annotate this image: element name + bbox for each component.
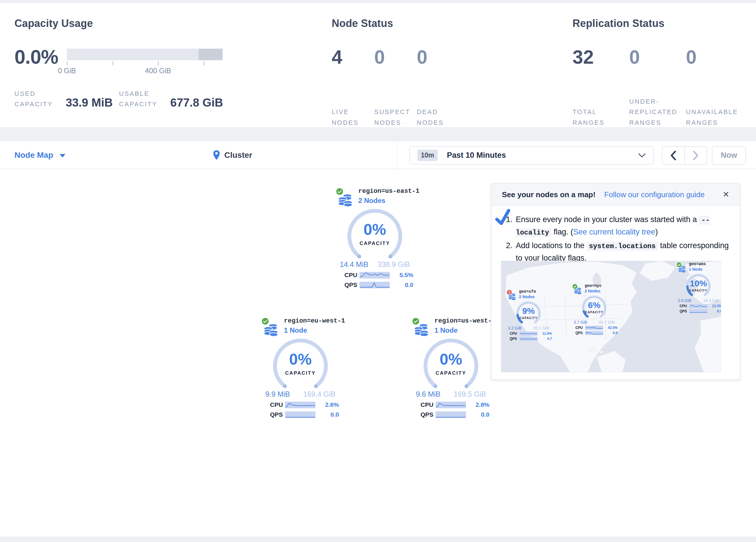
database-icon (414, 323, 429, 337)
node-total-capacity: 65.7 GiB (599, 320, 615, 325)
cpu-value: 2.6% (325, 401, 339, 408)
qps-label: QPS (680, 309, 689, 313)
locality-tree-link[interactable]: See current locality tree (573, 227, 655, 236)
capacity-usage-title: Capacity Usage (14, 17, 327, 30)
database-icon (678, 265, 686, 273)
step-done-check-icon (494, 209, 512, 227)
region-node-count: 2 Nodes (358, 196, 426, 205)
time-step-forward-button[interactable] (685, 146, 707, 164)
now-button[interactable]: Now (712, 146, 746, 164)
map-node-name: geo=sfo (519, 289, 553, 294)
map-node-count: 2 Nodes (585, 289, 618, 293)
usable-capacity-metric: USABLE CAPACITY 677.8 GiB (119, 89, 223, 110)
region-total-capacity: 169.5 GiB (454, 390, 486, 398)
node-used-capacity: 3.6 GiB (678, 298, 691, 303)
capacity-bar: 0 GiB 400 GiB (67, 49, 223, 75)
view-selector-dropdown[interactable]: Node Map (14, 141, 65, 169)
qps-value: 0.0 (331, 411, 339, 418)
cpu-metric-row: CPU 5.5% (344, 272, 413, 279)
gauge-capacity-label: CAPACITY (270, 370, 331, 376)
capacity-gauge: 0% CAPACITY (421, 339, 481, 390)
popup-step-2: Add locations to the system.locations ta… (515, 239, 729, 264)
region-card-eu-west-1[interactable]: region=eu-west-1 1 Node 0% CAPACITY 9.9 … (261, 317, 352, 418)
node-total-capacity: 34.4 GiB (703, 298, 719, 303)
map-node-geo-nyc: geo=nyc 2 Nodes 6% CAPACITY (572, 284, 618, 335)
database-icon (574, 287, 582, 295)
usable-capacity-value: 677.8 GiB (170, 96, 223, 110)
chevron-down-icon (638, 153, 646, 158)
configuration-guide-link[interactable]: Follow our configuration guide (604, 190, 705, 199)
node-used-capacity: 3.7 GiB (574, 320, 587, 325)
qps-value: 0.0 (613, 331, 618, 335)
region-used-capacity: 9.9 MiB (265, 390, 290, 398)
chevron-right-icon (693, 150, 699, 160)
map-node-count: 2 Nodes (519, 295, 553, 299)
cpu-label: CPU (421, 401, 436, 408)
region-used-capacity: 9.6 MiB (416, 390, 441, 398)
popup-header: See your nodes on a map! Follow our conf… (491, 183, 740, 206)
time-step-back-button[interactable] (662, 146, 685, 164)
capacity-bar-track (67, 49, 223, 60)
qps-label: QPS (510, 337, 520, 341)
qps-sparkline (436, 412, 466, 418)
region-card-us-west-1[interactable]: region=us-west-1 1 Node 0% CAPACITY 9.6 … (412, 317, 502, 418)
unavailable-ranges-label: UNAVAILABLE RANGES (686, 108, 738, 126)
cpu-sparkline (359, 272, 390, 279)
breadcrumb[interactable]: Cluster (213, 141, 252, 169)
cpu-sparkline (585, 326, 603, 330)
map-node-name: geo=ams (689, 262, 721, 266)
dead-nodes-label: DEAD NODES (417, 108, 444, 126)
region-total-capacity: 169.4 GiB (303, 390, 335, 398)
live-nodes-count: 4 (332, 46, 342, 68)
gauge-percent: 6% (578, 301, 610, 310)
gauge-percent: 0% (344, 221, 405, 237)
popup-step-1: Ensure every node in your cluster was st… (515, 213, 729, 238)
capacity-bar-reserved-segment (199, 49, 223, 60)
total-ranges-label: TOTAL RANGES (572, 108, 605, 126)
qps-metric-row: QPS 0.0 (421, 411, 489, 418)
capacity-axis-ticks (67, 60, 223, 67)
cpu-value: 5.5% (399, 272, 413, 279)
node-total-capacity: 35.1 GiB (533, 326, 549, 330)
qps-value: 0.0 (481, 411, 489, 418)
axis-label-400gib: 400 GiB (145, 67, 171, 75)
nodes-on-map-popup: See your nodes on a map! Follow our conf… (491, 183, 740, 380)
cpu-metric-row: CPU 2.6% (270, 401, 339, 408)
node-status-title: Node Status (332, 17, 566, 30)
region-card-us-east-1[interactable]: region=us-east-1 2 Nodes 0% CAPACITY 14.… (336, 187, 426, 289)
live-nodes-label: LIVE NODES (332, 108, 359, 126)
capacity-gauge: 6% CAPACITY (578, 295, 610, 320)
gauge-percent: 0% (421, 351, 481, 367)
suspect-nodes-label: SUSPECT NODES (374, 108, 410, 126)
qps-sparkline (359, 282, 390, 289)
database-icon (338, 193, 353, 207)
used-capacity-value: 33.9 MiB (66, 96, 113, 110)
time-range-dropdown[interactable]: 10m Past 10 Minutes (410, 146, 654, 164)
cluster-summary-panel: Capacity Usage 0.0% 0 GiB 400 Gi (0, 3, 756, 128)
total-ranges-count: 32 (572, 46, 594, 68)
qps-metric-row: QPS 0.0 (344, 282, 413, 289)
gauge-capacity-label: CAPACITY (421, 370, 481, 376)
caret-down-icon (60, 154, 65, 157)
region-name: region=us-east-1 (358, 187, 426, 195)
cpu-label: CPU (680, 304, 689, 308)
gauge-capacity-label: CAPACITY (513, 317, 544, 320)
node-map-canvas: region=us-east-1 2 Nodes 0% CAPACITY 14.… (0, 169, 756, 537)
cpu-value: 42.5% (608, 326, 618, 330)
gauge-percent: 0% (270, 351, 331, 367)
map-node-count: 1 Node (689, 267, 721, 272)
time-range-label: Past 10 Minutes (447, 151, 506, 160)
under-replicated-ranges-count: 0 (629, 46, 640, 68)
close-icon[interactable]: ✕ (723, 190, 729, 198)
dead-nodes-count: 0 (417, 46, 427, 68)
gauge-percent: 10% (682, 279, 714, 288)
map-node-geo-ams: geo=ams 1 Node 10% CAPACITY (676, 262, 721, 313)
map-toolbar: Node Map Cluster 10m Past 10 Minutes (0, 141, 756, 169)
qps-sparkline (520, 337, 537, 341)
capacity-gauge: 0% CAPACITY (270, 339, 331, 390)
unavailable-ranges-count: 0 (686, 46, 697, 68)
used-capacity-label: USED CAPACITY (14, 89, 65, 110)
node-used-capacity: 3.2 GiB (508, 326, 522, 330)
map-node-geo-sfo: 1 geo=sfo 2 Nodes 9% CAPACITY (506, 289, 553, 341)
capacity-usage-section: Capacity Usage 0.0% 0 GiB 400 Gi (0, 17, 327, 127)
